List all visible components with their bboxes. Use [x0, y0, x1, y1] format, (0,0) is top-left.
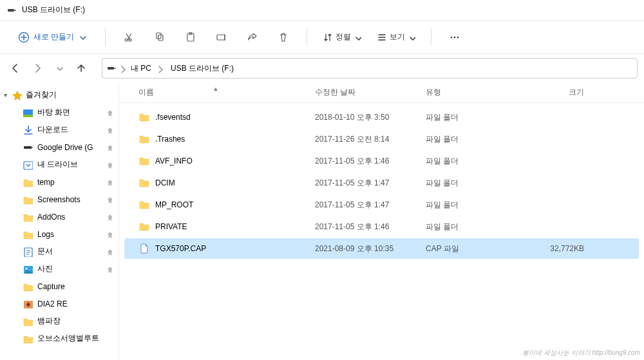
star-icon [12, 90, 22, 100]
paste-button[interactable] [179, 26, 202, 48]
folder-icon [138, 177, 150, 189]
sidebar-item[interactable]: 사진 [0, 260, 118, 278]
folder-icon [138, 155, 150, 167]
file-type: 파일 폴더 [423, 134, 520, 145]
folder-icon [22, 281, 33, 292]
folder-icon [22, 316, 33, 327]
sidebar-item[interactable]: temp [0, 173, 118, 191]
mydrive-icon [22, 159, 33, 171]
sidebar-item[interactable]: 오브소서앵벌루트 [0, 330, 118, 347]
chevron-right-icon [118, 64, 127, 73]
sidebar-item[interactable]: 뱀파장 [0, 312, 118, 330]
file-type: 파일 폴더 [423, 112, 520, 123]
watermark: 봉이네 세상사는 이야기 http://bung9.com [522, 348, 640, 357]
sort-asc-icon: ▲ [213, 86, 219, 92]
chevron-down-icon [78, 33, 87, 42]
pin-icon [104, 248, 112, 256]
chevron-down-icon [354, 33, 361, 41]
file-type: CAP 파일 [423, 243, 520, 254]
sidebar-item[interactable]: 바탕 화면 [0, 104, 118, 121]
pin-icon [104, 144, 112, 151]
file-modified: 2017-11-26 오전 8:14 [312, 134, 423, 145]
back-button[interactable] [6, 59, 24, 77]
column-name[interactable]: ▲ 이름 [119, 87, 312, 98]
file-size: 32,772KB [520, 244, 603, 253]
file-row[interactable]: DCIM2017-11-05 오후 1:47파일 폴더 [124, 173, 639, 193]
delete-button[interactable] [272, 26, 295, 48]
cut-button[interactable] [117, 26, 140, 48]
column-label: 이름 [138, 87, 154, 98]
more-button[interactable] [443, 26, 466, 48]
sidebar-item[interactable]: Capture [0, 278, 118, 295]
sidebar-item[interactable]: Google Drive (G [0, 138, 118, 156]
documents-icon [22, 246, 33, 258]
breadcrumb-item[interactable]: USB 드라이브 (F:) [168, 62, 236, 75]
folder-icon [138, 133, 150, 145]
pictures-icon [22, 263, 33, 275]
sidebar-item[interactable]: Logs [0, 225, 118, 243]
copy-button[interactable] [148, 26, 171, 48]
sidebar-item-label: Logs [37, 230, 54, 239]
sidebar-item[interactable]: DIA2 RE [0, 295, 118, 312]
file-icon [138, 243, 150, 254]
file-row[interactable]: AVF_INFO2017-11-05 오후 1:46파일 폴더 [124, 151, 639, 171]
rename-button[interactable] [210, 26, 233, 48]
gdrive-icon [22, 142, 33, 153]
sidebar-item[interactable]: Screenshots [0, 191, 118, 208]
file-modified: 2017-11-05 오후 1:47 [312, 178, 423, 189]
column-type[interactable]: 유형 [423, 87, 520, 98]
sidebar-favorites[interactable]: ▾ 즐겨찾기 [0, 86, 118, 104]
file-name: TGX570P.CAP [155, 244, 206, 253]
file-area: ▲ 이름 수정한 날짜 유형 크기 .fseventsd2018-01-10 오… [119, 82, 644, 360]
pin-icon [104, 231, 112, 238]
chevron-down-icon [408, 33, 415, 41]
view-icon [377, 32, 387, 43]
sidebar-item-label: temp [37, 178, 55, 187]
sidebar-label: 즐겨찾기 [26, 90, 57, 100]
new-button[interactable]: 새로 만들기 [12, 26, 93, 48]
column-modified[interactable]: 수정한 날짜 [312, 87, 423, 98]
dia2-icon [22, 298, 33, 310]
sidebar-item[interactable]: 문서 [0, 243, 118, 260]
view-button[interactable]: 보기 [373, 26, 419, 48]
plus-icon [18, 32, 30, 43]
address-bar[interactable]: 내 PC USB 드라이브 (F:) [102, 58, 638, 79]
column-label: 유형 [426, 88, 441, 97]
download-icon [22, 124, 33, 136]
sidebar-item[interactable]: 내 드라이브 [0, 156, 118, 173]
file-modified: 2017-11-05 오후 1:46 [312, 156, 423, 167]
file-row[interactable]: .Trashes2017-11-26 오전 8:14파일 폴더 [124, 129, 639, 149]
pin-icon [104, 265, 112, 273]
forward-button[interactable] [28, 59, 46, 77]
pin-icon [104, 196, 112, 204]
file-row[interactable]: TGX570P.CAP2021-08-09 오후 10:35CAP 파일32,7… [124, 238, 639, 259]
file-row[interactable]: .fseventsd2018-01-10 오후 3:50파일 폴더 [124, 107, 639, 128]
file-row[interactable]: PRIVATE2017-11-05 오후 1:46파일 폴더 [124, 216, 639, 237]
recent-button[interactable] [50, 59, 68, 77]
column-label: 수정한 날짜 [315, 88, 355, 97]
up-button[interactable] [72, 59, 90, 77]
separator [307, 28, 307, 46]
sort-button[interactable]: 정렬 [319, 26, 365, 48]
file-type: 파일 폴더 [423, 200, 520, 211]
sidebar-item[interactable]: AddOns [0, 208, 118, 225]
folder-icon [138, 221, 150, 232]
file-row[interactable]: MP_ROOT2017-11-05 오후 1:47파일 폴더 [124, 194, 639, 215]
file-name: PRIVATE [155, 222, 187, 231]
share-button[interactable] [241, 26, 264, 48]
folder-icon [138, 199, 150, 211]
file-modified: 2021-08-09 오후 10:35 [312, 243, 423, 254]
chevron-down-icon[interactable]: ▾ [1, 91, 9, 99]
column-size[interactable]: 크기 [520, 87, 603, 98]
file-name: .fseventsd [155, 113, 191, 122]
breadcrumb-item[interactable]: 내 PC [128, 62, 167, 75]
sort-label: 정렬 [336, 32, 351, 43]
folder-icon [138, 111, 150, 123]
window-title: USB 드라이브 (F:) [22, 5, 85, 15]
file-modified: 2017-11-05 오후 1:46 [312, 222, 423, 232]
sidebar-item-label: 다운로드 [37, 124, 68, 135]
pin-icon [104, 178, 112, 186]
sort-icon [323, 32, 333, 43]
sidebar-item-label: Google Drive (G [37, 143, 93, 152]
sidebar-item[interactable]: 다운로드 [0, 121, 118, 138]
